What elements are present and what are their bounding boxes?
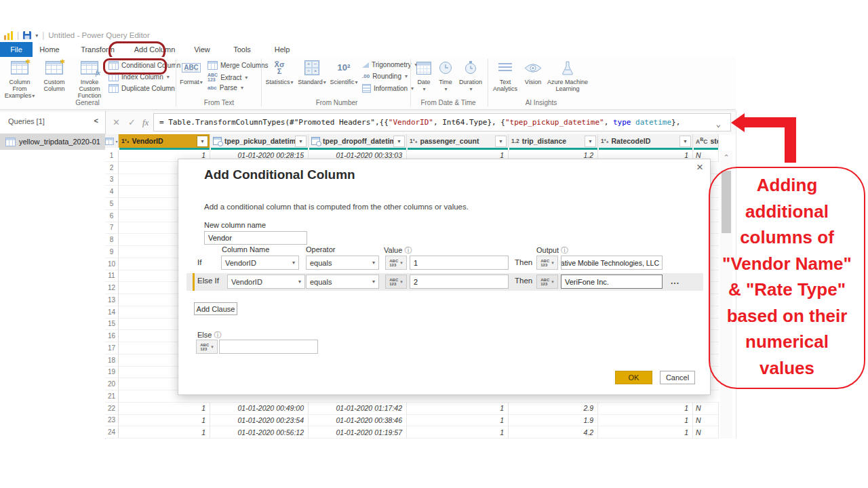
column-filter-chevron-icon[interactable]: ▼ (679, 136, 691, 147)
column-header-store_a[interactable]: ABCstore_a (693, 134, 719, 148)
else-type-chip[interactable]: ABC123▾ (196, 340, 218, 354)
if-output-input[interactable]: eative Mobile Technologies, LLC (561, 256, 663, 270)
duplicate-column-button[interactable]: Duplicate Column (108, 84, 175, 93)
table-cell[interactable]: 1 (407, 403, 509, 415)
row-number[interactable]: 18 (105, 354, 119, 367)
row-number[interactable]: 5 (105, 198, 119, 210)
table-cell[interactable]: 1 (407, 426, 509, 439)
query-item-yellow-tripdata[interactable]: yellow_tripdata_2020-01 (0, 134, 105, 150)
table-cell[interactable]: 1 (598, 403, 693, 415)
duration-button[interactable]: Duration▾ (457, 58, 484, 93)
else-if-operator-select[interactable]: equals▾ (306, 274, 379, 289)
scientific-button[interactable]: 10² Scientific▾ (329, 58, 359, 86)
table-cell[interactable]: N (693, 415, 719, 427)
confirm-formula-icon[interactable]: ✓ (128, 117, 136, 127)
tab-help[interactable]: Help (269, 42, 296, 57)
if-output-type-chip[interactable]: ABC123▾ (536, 256, 558, 270)
trigonometry-button[interactable]: Trigonometry▾ (362, 61, 418, 68)
formula-input[interactable]: = Table.TransformColumnTypes(#"Promoted … (153, 113, 731, 131)
row-number[interactable]: 9 (105, 246, 119, 258)
table-cell[interactable]: N (693, 426, 719, 439)
tab-home[interactable]: Home (33, 42, 66, 57)
else-if-output-type-chip[interactable]: ABC123▾ (536, 274, 558, 289)
table-cell[interactable]: 2.9 (509, 403, 598, 415)
table-cell[interactable]: 01-01-2020 01:17:42 (309, 403, 407, 415)
row-number[interactable]: 8 (105, 234, 119, 246)
table-cell[interactable]: N (693, 403, 719, 415)
column-filter-chevron-icon[interactable]: ▼ (197, 136, 208, 147)
save-icon[interactable] (23, 31, 31, 39)
column-header-passenger_count[interactable]: 1²₃passenger_count▼ (407, 134, 509, 148)
table-cell[interactable]: 1 (407, 415, 509, 427)
table-cell[interactable]: 01-01-2020 00:23:54 (210, 415, 309, 427)
else-if-value-type-chip[interactable]: ABC123▾ (385, 274, 407, 289)
table-cell[interactable]: 01-01-2020 00:56:12 (210, 426, 309, 439)
row-number[interactable]: 22 (105, 403, 119, 415)
scroll-up-icon[interactable]: ⌃ (720, 152, 732, 163)
format-button[interactable]: A̲B̲C̲ Format▾ (178, 58, 205, 86)
invoke-custom-function-button[interactable]: fx Invoke Custom Function (72, 58, 107, 99)
row-number[interactable]: 16 (105, 330, 119, 342)
extract-button[interactable]: ABC123Extract▾ (208, 73, 248, 82)
azure-machine-learning-button[interactable]: Azure Machine Learning (547, 58, 589, 92)
expand-formula-chevron-icon[interactable]: ⌄ (716, 119, 721, 129)
else-if-value-input[interactable]: 2 (410, 274, 509, 289)
text-analytics-button[interactable]: Text Analytics (491, 58, 519, 92)
row-number[interactable]: 1 (105, 150, 119, 162)
tab-tools[interactable]: Tools (228, 42, 256, 57)
table-cell[interactable]: 1 (119, 426, 210, 439)
row-number[interactable]: 2 (105, 162, 119, 174)
table-cell[interactable]: 1 (119, 415, 210, 427)
column-header-tpep_dropoff_datetime[interactable]: tpep_dropoff_datetime▼ (309, 134, 407, 148)
tab-view[interactable]: View (189, 42, 216, 57)
column-header-tpep_pickup_datetime[interactable]: tpep_pickup_datetime▼ (210, 134, 309, 148)
row-number[interactable]: 3 (105, 174, 119, 186)
else-if-output-input[interactable]: VeriFone Inc. (561, 274, 663, 289)
if-column-select[interactable]: VendorID▾ (221, 256, 299, 270)
new-column-name-input[interactable]: Vendor (204, 231, 307, 245)
table-cell[interactable]: 1 (119, 403, 210, 415)
column-header-trip_distance[interactable]: 1.2trip_distance▼ (509, 134, 598, 148)
column-filter-chevron-icon[interactable]: ▼ (393, 136, 405, 147)
cancel-formula-icon[interactable]: ✕ (113, 117, 120, 127)
statistics-button[interactable]: X̄σΣ Statistics▾ (264, 58, 295, 86)
else-value-input[interactable] (219, 340, 318, 354)
row-number[interactable]: 23 (105, 415, 119, 427)
collapse-pane-icon[interactable]: < (94, 117, 98, 125)
table-cell[interactable]: 01-01-2020 00:49:00 (210, 403, 309, 415)
select-all-columns-button[interactable]: ▾ (105, 134, 119, 148)
cancel-button[interactable]: Cancel (660, 371, 695, 384)
close-icon[interactable]: × (696, 161, 703, 174)
table-cell[interactable]: 01-01-2020 00:38:46 (309, 415, 407, 427)
ok-button[interactable]: OK (615, 371, 652, 384)
column-header-RatecodeID[interactable]: 1²₃RatecodeID▼ (598, 134, 693, 148)
time-button[interactable]: Time▾ (435, 58, 456, 93)
table-cell[interactable]: 1.9 (509, 415, 598, 427)
vision-button[interactable]: Vision (521, 58, 545, 85)
table-cell[interactable]: 4.2 (509, 426, 598, 439)
row-number[interactable]: 7 (105, 222, 119, 235)
chevron-down-icon[interactable]: ▾ (35, 33, 38, 39)
column-header-VendorID[interactable]: 1²₃VendorID▼ (119, 134, 210, 148)
row-number[interactable]: 20 (105, 378, 119, 390)
table-cell[interactable]: 1 (598, 426, 693, 439)
custom-column-button[interactable]: ✱ Custom Column (38, 58, 71, 92)
merge-columns-button[interactable]: Merge Columns (208, 61, 269, 70)
if-value-input[interactable]: 1 (410, 256, 509, 270)
row-number[interactable]: 4 (105, 186, 119, 198)
column-filter-chevron-icon[interactable]: ▼ (495, 136, 507, 147)
row-number[interactable]: 10 (105, 258, 119, 270)
table-cell[interactable]: 01-01-2020 01:19:57 (309, 426, 407, 439)
row-number[interactable]: 6 (105, 210, 119, 222)
table-cell[interactable]: 1 (598, 415, 693, 427)
row-number[interactable]: 14 (105, 306, 119, 319)
row-more-options-button[interactable]: ... (671, 277, 679, 286)
tab-file[interactable]: File (0, 42, 33, 57)
date-button[interactable]: Date▾ (414, 58, 434, 93)
parse-button[interactable]: abcParse▾ (208, 84, 243, 92)
column-filter-chevron-icon[interactable]: ▼ (585, 136, 596, 147)
rounding-button[interactable]: .00Rounding▾ (362, 73, 408, 80)
column-from-examples-button[interactable]: ✱ Column From Examples▾ (3, 58, 37, 100)
standard-button[interactable]: +−÷× Standard▾ (296, 58, 328, 86)
row-number[interactable]: 21 (105, 390, 119, 403)
